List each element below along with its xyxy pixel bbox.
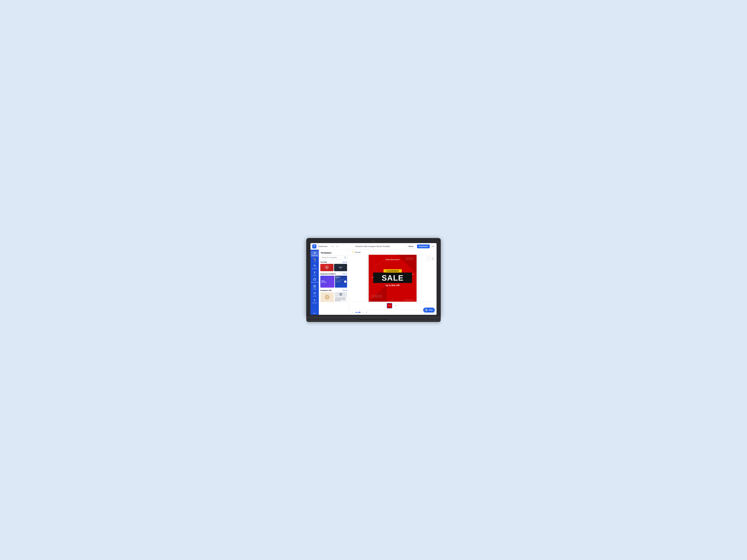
chat-label: Chat (429, 309, 433, 311)
instagram-section: Instagram Ads See all (319, 289, 349, 304)
youtube-thumb-1[interactable]: HAPPYLABORDAY (320, 264, 333, 271)
animate-icon: ✨ (352, 251, 354, 253)
templates-panel: Templates 🔍 YouTube See all (319, 250, 349, 315)
svg-rect-3 (315, 279, 315, 279)
panel-collapse-button[interactable]: ‹ (347, 280, 349, 284)
download-button[interactable]: Download (417, 244, 430, 248)
deco-line-1 (374, 260, 384, 266)
youtube-thumb-2[interactable]: FATHER'SDAY (334, 264, 347, 271)
zoom-in-button[interactable]: + (364, 310, 368, 314)
share-button[interactable]: Share (406, 244, 416, 248)
more-label: More (313, 313, 316, 314)
laptop-stand (306, 320, 441, 322)
document-title: Clearance Sale Instagram Banner Template (355, 245, 390, 247)
uploads-label: Uploads (312, 302, 317, 303)
instagram-see-all[interactable]: See all (342, 290, 347, 291)
website-text: vankoelectronics.com (405, 299, 414, 301)
logo-icon (313, 292, 316, 295)
canvas-view[interactable]: ⛶ ⧉ (349, 255, 437, 302)
sidebar-item-text[interactable]: T Text (311, 271, 318, 277)
sidebar-item-logo[interactable]: Logo (311, 291, 318, 298)
graphics-icon (313, 265, 316, 267)
youtube-grid: HAPPYLABORDAY FATHER'SDAY (320, 264, 347, 271)
background-icon (313, 278, 316, 281)
more-options-button[interactable]: ••• (431, 244, 435, 248)
search-button[interactable]: 🔍 (343, 256, 347, 260)
svg-rect-2 (314, 279, 315, 279)
youtube-section-header: YouTube See all (320, 261, 347, 263)
laptop-screen: T Dashboard ↩ ↪ Clearance Sale Instagram… (310, 243, 437, 315)
topbar-divider (329, 245, 329, 248)
design-canvas[interactable]: ▶ ▶ Vanko Electronics CLEARANCE SALE (369, 255, 416, 302)
youtube-section: YouTube See all HAPPYLABORDAY FATHER'SDA… (319, 261, 349, 273)
carousel-arrow[interactable]: › (344, 281, 346, 283)
svg-point-8 (314, 293, 315, 293)
dots-bottom-left (372, 295, 382, 298)
snap-thumb-1-text: HappyBirthday! (321, 280, 327, 283)
zoom-out-button[interactable]: − (351, 310, 354, 314)
redo-button[interactable]: ↪ (335, 244, 339, 248)
sidebar-item-tables[interactable]: Tables (311, 284, 318, 291)
zoom-slider-thumb (359, 312, 360, 313)
filmstrip-thumb-inner: SALE (387, 303, 392, 308)
screen-bezel: T Dashboard ↩ ↪ Clearance Sale Instagram… (306, 238, 441, 317)
sidebar-item-templates[interactable]: ⊞ Templates (311, 251, 318, 257)
chat-button[interactable]: 💬 Chat (423, 308, 435, 313)
logo-label: Logo (313, 295, 316, 297)
svg-point-0 (314, 265, 315, 266)
yt-thumb-1-text: HAPPYLABORDAY (325, 266, 329, 269)
instagram-grid: Shop for your favorite goods without lea… (320, 292, 347, 302)
yt-thumb-2-text: FATHER'SDAY (338, 267, 343, 268)
sidebar-item-fill[interactable]: ✏️ Fill (311, 257, 318, 263)
instagram-thumb-2[interactable]: Shop for your favorite goods without lea… (335, 292, 347, 302)
snapchat-thumb-1[interactable]: HappyBirthday! (320, 276, 334, 288)
fullscreen-button[interactable]: ⛶ (426, 257, 430, 261)
snapchat-thumb-2[interactable]: BUSINESSCONFERENCE2030 September 12, 203… (335, 276, 347, 288)
templates-icon: ⊞ (314, 252, 316, 254)
brand-name: Vanko Electronics (369, 259, 416, 261)
snapchat-grid: HappyBirthday! BUSINESSCONFERENCE2030 Se… (320, 276, 347, 288)
canvas-chevron-down: ∨ (392, 299, 393, 301)
youtube-see-all[interactable]: See all (342, 261, 347, 263)
chat-icon: 💬 (425, 309, 428, 312)
undo-button[interactable]: ↩ (331, 244, 335, 248)
zoom-slider-fill (355, 312, 359, 313)
canvas-wrapper: ✨ Animate ⛶ ⧉ (349, 250, 437, 315)
fill-label: Fill (314, 261, 315, 263)
laptop-wrapper: T Dashboard ↩ ↪ Clearance Sale Instagram… (306, 238, 441, 322)
sidebar-item-background[interactable]: Background (311, 277, 318, 284)
snapchat-see-all[interactable]: See all (342, 273, 347, 275)
main-content: ⊞ Templates ✏️ Fill (310, 250, 437, 315)
text-label: Text (313, 275, 316, 276)
topbar-center: Clearance Sale Instagram Banner Template (340, 245, 405, 247)
zoom-slider[interactable] (355, 312, 364, 313)
topbar-actions: Share Download ••• (406, 244, 435, 248)
triangle-bottom-left (369, 284, 387, 302)
filmstrip: SALE + (349, 302, 437, 310)
tables-label: Tables (313, 288, 316, 290)
filmstrip-add-page[interactable]: + (393, 303, 398, 309)
filmstrip-page-1[interactable]: SALE (387, 303, 392, 309)
duplicate-button[interactable]: ⧉ (431, 257, 435, 261)
laptop-base (306, 317, 441, 320)
canvas-controls: ⛶ ⧉ (426, 257, 435, 261)
graphics-label: Graphics (312, 268, 317, 269)
filmstrip-sale-label: SALE (388, 305, 391, 306)
sidebar-item-graphics[interactable]: Graphics (311, 264, 318, 270)
search-input[interactable] (320, 256, 343, 259)
animate-button[interactable]: ✨ Animate (351, 250, 362, 254)
instagram-section-title: Instagram Ads (320, 289, 332, 291)
sidebar-item-more[interactable]: ··· More (311, 309, 318, 315)
youtube-section-title: YouTube (320, 261, 327, 263)
sidebar-item-uploads[interactable]: Uploads (311, 298, 318, 304)
dashboard-link[interactable]: Dashboard (318, 245, 328, 247)
text-icon: T (314, 271, 315, 274)
app-logo[interactable]: T (312, 244, 316, 248)
snapchat-section: Snapchat Geofilters See all HappyBirthda… (319, 273, 349, 289)
snapchat-section-header: Snapchat Geofilters See all (320, 273, 347, 275)
clearance-badge: CLEARANCE (384, 269, 402, 273)
background-label: Background (311, 282, 318, 283)
uploads-icon (313, 299, 316, 302)
instagram-thumb-1[interactable] (320, 292, 334, 302)
snapchat-section-title: Snapchat Geofilters (320, 273, 336, 275)
